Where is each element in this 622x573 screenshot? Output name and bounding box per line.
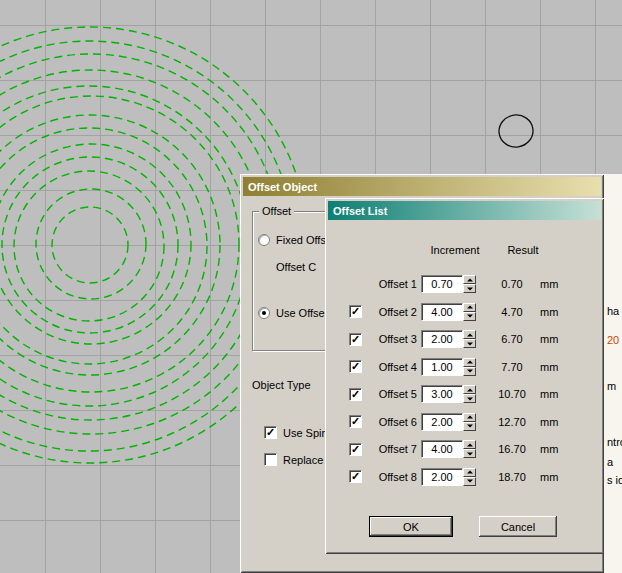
offset-checkbox[interactable]: ✓ xyxy=(349,443,362,456)
result-value: 10.70 xyxy=(490,388,534,400)
spinner-up-button[interactable] xyxy=(463,468,476,477)
offset-checkbox[interactable]: ✓ xyxy=(349,415,362,428)
result-value: 6.70 xyxy=(490,333,534,345)
fixed-offset-radio[interactable]: Fixed Offs xyxy=(258,234,326,246)
result-column-header: Result xyxy=(498,244,548,256)
unit-label: mm xyxy=(540,278,558,290)
spinner-down-button[interactable] xyxy=(463,284,476,293)
radio-icon[interactable] xyxy=(258,234,270,246)
increment-spinner xyxy=(463,303,476,321)
increment-input[interactable] xyxy=(421,468,463,486)
spinner-up-button[interactable] xyxy=(463,413,476,422)
offset-list-titlebar[interactable]: Offset List xyxy=(328,201,601,220)
text-fragment: 20 xyxy=(607,334,619,346)
spinner-up-button[interactable] xyxy=(463,385,476,394)
check-icon: ✓ xyxy=(351,334,360,345)
increment-input[interactable] xyxy=(421,275,463,293)
text-fragment: a xyxy=(607,456,613,468)
check-icon: ✓ xyxy=(351,416,360,427)
check-icon: ✓ xyxy=(351,389,360,400)
offset-row-1: Offset 1 0.70 mm xyxy=(325,275,604,293)
offset-row-label: Offset 5 xyxy=(369,388,417,400)
offset-checkbox[interactable]: ✓ xyxy=(349,333,362,346)
increment-input[interactable] xyxy=(421,303,463,321)
radio-selected-icon[interactable] xyxy=(258,307,270,319)
use-spiral-checkbox[interactable]: ✓ Use Spira xyxy=(264,426,331,439)
checkbox-unchecked-icon[interactable] xyxy=(264,453,277,466)
spinner-down-button[interactable] xyxy=(463,477,476,486)
text-fragment: s id xyxy=(607,474,622,486)
spinner-down-button[interactable] xyxy=(463,422,476,431)
spinner-up-button[interactable] xyxy=(463,330,476,339)
unit-label: mm xyxy=(540,388,558,400)
offset-row-label: Offset 7 xyxy=(369,443,417,455)
offset-row-label: Offset 6 xyxy=(369,416,417,428)
offset-checkbox[interactable]: ✓ xyxy=(349,360,362,373)
increment-column-header: Increment xyxy=(421,244,489,256)
offset-rows: Offset 1 0.70 mm ✓ Offset 2 4.70 mm ✓ Of… xyxy=(325,275,604,486)
increment-input[interactable] xyxy=(421,413,463,431)
checkbox-checked-icon[interactable]: ✓ xyxy=(264,426,277,439)
offset-list-dialog: Offset List Increment Result Offset 1 0.… xyxy=(325,198,604,554)
spinner-down-button[interactable] xyxy=(463,312,476,321)
offset-row-3: ✓ Offset 3 6.70 mm xyxy=(325,330,604,348)
use-offset-radio[interactable]: Use Offse xyxy=(258,307,325,319)
unit-label: mm xyxy=(540,333,558,345)
cancel-button[interactable]: Cancel xyxy=(479,516,557,537)
increment-spinner xyxy=(463,413,476,431)
unit-label: mm xyxy=(540,416,558,428)
spinner-down-button[interactable] xyxy=(463,449,476,458)
spinner-up-button[interactable] xyxy=(463,275,476,284)
increment-input[interactable] xyxy=(421,440,463,458)
increment-input[interactable] xyxy=(421,385,463,403)
offset-row-label: Offset 3 xyxy=(369,333,417,345)
result-value: 0.70 xyxy=(490,278,534,290)
dialog-title: Offset Object xyxy=(248,181,317,193)
text-fragment: m xyxy=(607,380,616,392)
check-icon: ✓ xyxy=(266,427,275,438)
dialog-title: Offset List xyxy=(333,205,387,217)
unit-label: mm xyxy=(540,361,558,373)
unit-label: mm xyxy=(540,471,558,483)
increment-spinner xyxy=(463,330,476,348)
offset-row-7: ✓ Offset 7 16.70 mm xyxy=(325,440,604,458)
use-offset-radio-label: Use Offse xyxy=(276,307,325,319)
spinner-down-button[interactable] xyxy=(463,367,476,376)
offset-row-2: ✓ Offset 2 4.70 mm xyxy=(325,303,604,321)
unit-label: mm xyxy=(540,443,558,455)
increment-input[interactable] xyxy=(421,358,463,376)
spinner-up-button[interactable] xyxy=(463,303,476,312)
result-value: 7.70 xyxy=(490,361,534,373)
check-icon: ✓ xyxy=(351,471,360,482)
spinner-up-button[interactable] xyxy=(463,440,476,449)
spinner-up-button[interactable] xyxy=(463,358,476,367)
spinner-down-button[interactable] xyxy=(463,339,476,348)
replace-checkbox[interactable]: Replace xyxy=(264,453,323,466)
offset-row-6: ✓ Offset 6 12.70 mm xyxy=(325,413,604,431)
text-fragment: ha xyxy=(607,305,619,317)
fixed-offset-radio-label: Fixed Offs xyxy=(276,234,326,246)
offset-row-4: ✓ Offset 4 7.70 mm xyxy=(325,358,604,376)
offset-row-label: Offset 1 xyxy=(369,278,417,290)
offset-row-label: Offset 4 xyxy=(369,361,417,373)
offset-row-8: ✓ Offset 8 18.70 mm xyxy=(325,468,604,486)
increment-spinner xyxy=(463,440,476,458)
offset-checkbox[interactable]: ✓ xyxy=(349,388,362,401)
increment-input[interactable] xyxy=(421,330,463,348)
offset-group-label: Offset xyxy=(259,205,294,217)
check-icon: ✓ xyxy=(351,361,360,372)
offset-checkbox[interactable]: ✓ xyxy=(349,305,362,318)
increment-spinner xyxy=(463,385,476,403)
result-value: 4.70 xyxy=(490,306,534,318)
increment-spinner xyxy=(463,275,476,293)
result-value: 12.70 xyxy=(490,416,534,428)
offset-row-label: Offset 8 xyxy=(369,471,417,483)
ok-button[interactable]: OK xyxy=(369,516,453,537)
offset-object-titlebar[interactable]: Offset Object xyxy=(243,177,601,196)
background-window-fragment: ha 20 m ntro a s id xyxy=(604,174,622,573)
result-value: 18.70 xyxy=(490,471,534,483)
result-value: 16.70 xyxy=(490,443,534,455)
checkbox-placeholder xyxy=(349,278,362,291)
spinner-down-button[interactable] xyxy=(463,394,476,403)
offset-checkbox[interactable]: ✓ xyxy=(349,470,362,483)
